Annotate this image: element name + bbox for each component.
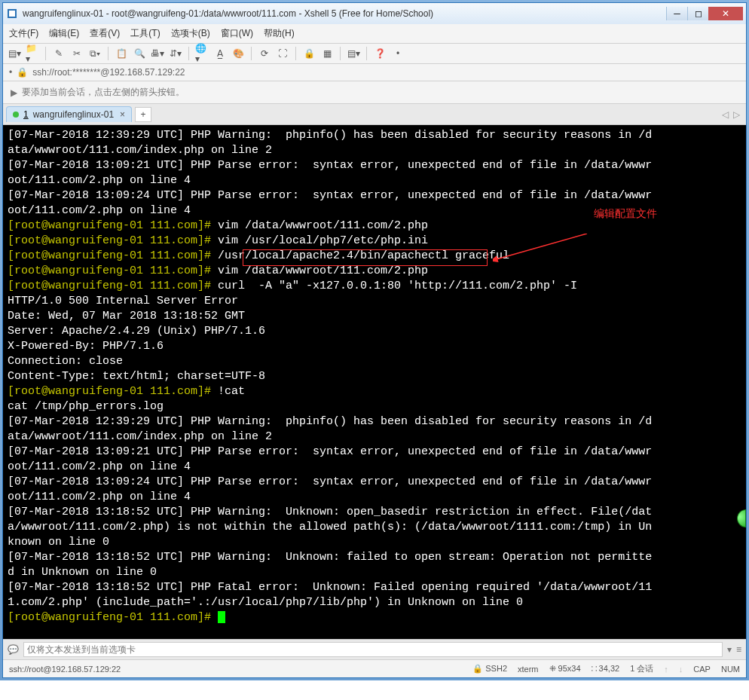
send-icon[interactable]: 💬	[8, 644, 19, 655]
menu-help[interactable]: 帮助(H)	[264, 27, 295, 40]
terminal-line: Connection: close	[8, 354, 741, 369]
send-menu-icon[interactable]: ≡	[736, 644, 741, 655]
color-icon[interactable]: ⟳	[258, 47, 271, 60]
status-sessions: 1 会话	[630, 663, 653, 674]
print-icon[interactable]: ⇵▾	[169, 47, 182, 60]
terminal-line: [07-Mar-2018 13:09:21 UTC] PHP Parse err…	[8, 158, 741, 173]
terminal-line: Server: Apache/2.4.29 (Unix) PHP/7.1.6	[8, 324, 741, 339]
find-icon[interactable]: 🖶▾	[151, 47, 164, 60]
send-dropdown-icon[interactable]: ▾	[727, 644, 732, 655]
hint-icon[interactable]: ▶	[11, 87, 17, 98]
svg-rect-1	[9, 11, 15, 17]
terminal-line: [07-Mar-2018 12:39:29 UTC] PHP Warning: …	[8, 128, 741, 143]
lock-icon: 🔒	[17, 67, 28, 78]
menu-tools[interactable]: 工具(T)	[130, 27, 160, 40]
terminal-line: ata/wwwroot/111.com/index.php on line 2	[8, 429, 741, 445]
status-cap: CAP	[693, 665, 711, 674]
status-bar: ssh://root@192.168.57.129:22 🔒 SSH2 xter…	[3, 659, 746, 677]
menu-bar: 文件(F) 编辑(E) 查看(V) 工具(T) 选项卡(B) 窗口(W) 帮助(…	[3, 24, 746, 44]
terminal-line: [07-Mar-2018 13:18:52 UTC] PHP Warning: …	[8, 550, 741, 565]
menu-window[interactable]: 窗口(W)	[221, 27, 253, 40]
help-icon[interactable]: •	[391, 47, 405, 60]
bullet-icon: •	[9, 67, 12, 78]
lock-icon[interactable]: ▦	[320, 47, 334, 60]
session-tab[interactable]: 1 wangruifenglinux-01 ×	[6, 106, 132, 122]
script-icon[interactable]: ⛶	[276, 47, 289, 60]
tab-name: wangruifenglinux-01	[33, 109, 114, 120]
toolbar: ▤▾📁▾✎✂⧉▾📋🔍🖶▾⇵▾🌐▾A̲🎨⟳⛶🔒▦▤▾❓•	[3, 44, 746, 64]
annotation-arrow-icon	[493, 234, 591, 264]
terminal-line: [07-Mar-2018 13:18:52 UTC] PHP Warning: …	[8, 505, 741, 520]
svg-line-2	[497, 234, 587, 259]
address-bar: • 🔒 ssh://root:********@192.168.57.129:2…	[3, 64, 746, 81]
app-icon	[6, 8, 18, 20]
cursor	[218, 611, 225, 623]
paste-icon[interactable]: 🔍	[133, 47, 146, 60]
layout-icon[interactable]: ▤▾	[347, 47, 360, 60]
window-title: wangruifenglinux-01 - root@wangruifeng-0…	[23, 8, 666, 19]
terminal-line: [root@wangruifeng-01 111.com]#	[8, 610, 741, 625]
tab-next-icon[interactable]: ▷	[733, 109, 740, 120]
terminal-line: a/wwwroot/111.com/2.php) is not within t…	[8, 520, 741, 535]
tab-prev-icon[interactable]: ◁	[722, 109, 729, 120]
tab-index: 1	[23, 109, 29, 120]
terminal-line: [root@wangruifeng-01 111.com]# vim /usr/…	[8, 234, 741, 249]
menu-tabs[interactable]: 选项卡(B)	[171, 27, 210, 40]
down-arrow-icon[interactable]: ↓	[679, 665, 683, 674]
address-text[interactable]: ssh://root:********@192.168.57.129:22	[32, 67, 740, 78]
hint-text: 要添加当前会话，点击左侧的箭头按钮。	[22, 86, 185, 99]
terminal-line: oot/111.com/2.php on line 4	[8, 173, 741, 188]
terminal-line: cat /tmp/php_errors.log	[8, 399, 741, 414]
terminal-line: oot/111.com/2.php on line 4	[8, 490, 741, 505]
terminal-line: [07-Mar-2018 12:39:29 UTC] PHP Warning: …	[8, 414, 741, 429]
properties-icon[interactable]: ⧉▾	[88, 47, 102, 60]
terminal-line: [07-Mar-2018 13:09:21 UTC] PHP Parse err…	[8, 445, 741, 460]
new-session-icon[interactable]: ▤▾	[8, 47, 21, 60]
status-dot-icon	[13, 112, 19, 118]
terminal-line: ata/wwwroot/111.com/index.php on line 2	[8, 143, 741, 158]
titlebar[interactable]: wangruifenglinux-01 - root@wangruifeng-0…	[3, 3, 746, 24]
send-input[interactable]	[23, 642, 723, 657]
minimize-button[interactable]: ─	[666, 7, 687, 20]
menu-file[interactable]: 文件(F)	[9, 27, 38, 40]
annotation-highlight-box	[243, 249, 488, 266]
close-button[interactable]: ✕	[708, 7, 743, 20]
font-icon[interactable]: 🎨	[231, 47, 245, 60]
status-ssh: 🔒 SSH2	[472, 664, 507, 674]
add-tab-button[interactable]: +	[135, 107, 151, 122]
send-bar: 💬 ▾ ≡	[3, 639, 746, 659]
status-num: NUM	[721, 665, 740, 674]
terminal-line: [root@wangruifeng-01 111.com]# curl -A "…	[8, 279, 741, 294]
terminal-line: [root@wangruifeng-01 111.com]# vim /data…	[8, 264, 741, 279]
menu-view[interactable]: 查看(V)	[90, 27, 120, 40]
status-size: ⁜ 95x34	[549, 664, 581, 674]
terminal-line: [root@wangruifeng-01 111.com]# !cat	[8, 384, 741, 399]
open-icon[interactable]: 📁▾	[26, 47, 39, 60]
up-arrow-icon[interactable]: ↑	[664, 665, 668, 674]
globe-icon[interactable]: A̲	[213, 47, 227, 60]
status-connection: ssh://root@192.168.57.129:22	[9, 665, 462, 674]
terminal-line: X-Powered-By: PHP/7.1.6	[8, 339, 741, 354]
disconnect-icon[interactable]: ✂	[70, 47, 84, 60]
terminal[interactable]: [07-Mar-2018 12:39:29 UTC] PHP Warning: …	[3, 125, 746, 639]
terminal-line: Date: Wed, 07 Mar 2018 13:18:52 GMT	[8, 309, 741, 324]
fullscreen-icon[interactable]: 🔒	[302, 47, 316, 60]
transfer-icon[interactable]: 🌐▾	[195, 47, 209, 60]
hint-bar: ▶ 要添加当前会话，点击左侧的箭头按钮。	[3, 81, 746, 104]
status-pos: ⸬ 34,32	[592, 664, 620, 674]
tab-bar: 1 wangruifenglinux-01 × + ◁ ▷	[3, 104, 746, 125]
terminal-line: 1.com/2.php' (include_path='.:/usr/local…	[8, 595, 741, 610]
reconnect-icon[interactable]: ✎	[52, 47, 66, 60]
tab-close-button[interactable]: ×	[118, 109, 127, 120]
grid-icon[interactable]: ❓	[373, 47, 387, 60]
terminal-line: d in Unknown on line 0	[8, 565, 741, 580]
copy-icon[interactable]: 📋	[115, 47, 128, 60]
terminal-line: [07-Mar-2018 13:09:24 UTC] PHP Parse err…	[8, 188, 741, 203]
menu-edit[interactable]: 编辑(E)	[49, 27, 79, 40]
terminal-line: [07-Mar-2018 13:18:52 UTC] PHP Fatal err…	[8, 580, 741, 595]
terminal-line: Content-Type: text/html; charset=UTF-8	[8, 369, 741, 384]
terminal-line: [07-Mar-2018 13:09:24 UTC] PHP Parse err…	[8, 475, 741, 490]
maximize-button[interactable]: ◻	[687, 7, 708, 20]
annotation-label: 编辑配置文件	[594, 206, 657, 222]
terminal-line: known on line 0	[8, 535, 741, 550]
